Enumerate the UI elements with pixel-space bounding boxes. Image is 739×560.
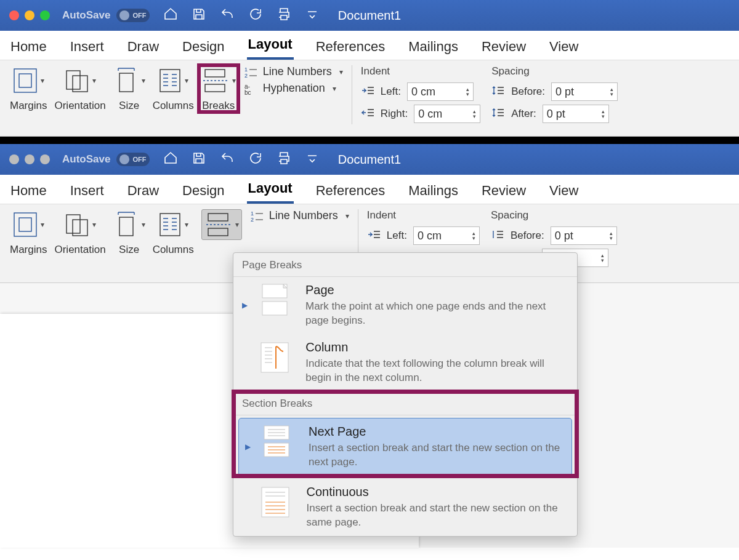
indent-left-input[interactable]: 0 cm ▴▾ [407,82,474,101]
chevron-down-icon: ▾ [339,68,343,76]
tab-design[interactable]: Design [181,35,225,60]
svg-rect-18 [208,214,228,221]
tab-design-2[interactable]: Design [181,179,225,204]
margins-label-2: Margins [10,244,47,256]
menu-item-continuous[interactable]: Continuous Insert a section break and st… [233,479,577,536]
line-numbers-button[interactable]: 12 Line Numbers ▾ [244,65,343,78]
left-label-2: Left: [387,230,407,242]
svg-rect-17 [160,214,180,236]
next-page-icon [262,425,300,459]
tab-draw-2[interactable]: Draw [126,179,160,204]
spacing-after-input[interactable]: 0 pt ▴▾ [543,105,609,123]
chevron-down-icon: ▾ [142,76,145,85]
svg-rect-19 [208,228,228,236]
window-1: AutoSave OFF Document1 Home Insert Draw … [0,0,739,137]
continuous-icon [259,485,297,519]
size-label: Size [119,100,139,112]
submenu-arrow-icon: ▶ [242,301,248,310]
spacing-before-icon [491,229,504,243]
indent-header-2: Indent [367,209,480,222]
tab-view-2[interactable]: View [548,179,579,204]
chevron-down-icon: ▾ [41,76,44,85]
spacing-before-input-2[interactable]: 0 pt ▴▾ [551,226,617,245]
size-button-2[interactable]: ▾ Size [111,209,148,256]
stepper-arrows[interactable]: ▴▾ [466,87,469,97]
hyphenation-button[interactable]: a-bc Hyphenation ▾ [244,82,343,95]
menu-item-next-page[interactable]: ▶ Next Page Insert a section break and s… [238,418,572,476]
highlight-section: Section Breaks ▶ Next Page Insert a sect… [233,391,577,476]
size-button[interactable]: ▾ Size [111,65,148,112]
svg-rect-2 [67,71,80,89]
line-numbers-button-2[interactable]: 12 Line Numbers ▾ [251,209,349,222]
window-2: AutoSave OFF Document1 Home Insert Draw … [0,144,739,548]
stepper-arrows[interactable]: ▴▾ [610,231,613,241]
tab-insert[interactable]: Insert [69,35,105,60]
tab-view[interactable]: View [548,35,579,60]
page-break-icon [259,283,297,318]
divider [352,65,352,124]
indent-group-2: Indent Left: 0 cm ▴▾ [367,209,480,245]
menu-item-column[interactable]: Column Indicate that the text following … [233,334,577,391]
line-numbers-label: Line Numbers [263,65,332,78]
columns-button[interactable]: ▾ Columns [150,65,196,112]
tab-insert-2[interactable]: Insert [69,179,105,204]
tab-review-2[interactable]: Review [480,179,527,204]
margins-label: Margins [10,100,47,112]
before-label-2: Before: [511,230,544,242]
tab-mailings[interactable]: Mailings [407,35,459,60]
indent-right-input[interactable]: 0 cm ▴▾ [414,105,480,123]
ribbon-tabs-2: Home Insert Draw Design Layout Reference… [0,175,739,204]
spacing-before-input[interactable]: 0 pt ▴▾ [551,82,618,101]
svg-rect-24 [261,343,288,372]
tab-home-2[interactable]: Home [9,179,48,204]
indent-header: Indent [361,65,480,78]
spacing-group: Spacing Before: 0 pt ▴▾ After: 0 pt ▴▾ [491,65,618,123]
spacing-after-icon [491,107,505,121]
chevron-down-icon: ▾ [235,220,239,229]
doc-title-row-2: Document1 [0,153,739,167]
line-hyph-group: 12 Line Numbers ▾ a-bc Hyphenation ▾ [244,65,343,95]
doc-title-row: Document1 [0,9,739,23]
tab-draw[interactable]: Draw [126,35,160,60]
left-label: Left: [381,86,401,98]
right-label: Right: [381,108,408,120]
breaks-button-2[interactable]: ▾ [199,209,244,240]
submenu-arrow-icon: ▶ [245,442,251,451]
before-label: Before: [511,86,545,98]
stepper-arrows[interactable]: ▴▾ [602,109,605,119]
tab-home[interactable]: Home [9,35,48,60]
stepper-arrows[interactable]: ▴▾ [601,253,604,263]
tab-references[interactable]: References [315,35,387,60]
indent-left-input-2[interactable]: 0 cm ▴▾ [413,226,480,245]
next-page-title: Next Page [309,425,565,439]
stepper-arrows[interactable]: ▴▾ [473,109,476,119]
svg-text:1: 1 [244,66,248,73]
svg-text:bc: bc [244,89,251,95]
tab-review[interactable]: Review [480,35,527,60]
svg-rect-1 [19,74,31,87]
spacing-header-2: Spacing [491,209,617,222]
spacing-before-icon [491,85,505,99]
stepper-arrows[interactable]: ▴▾ [472,231,475,241]
titlebar: AutoSave OFF Document1 [0,0,739,31]
page-title: Page [305,283,568,297]
chevron-down-icon: ▾ [92,76,96,85]
orientation-button[interactable]: ▾ Orientation [52,65,108,112]
margins-button[interactable]: ▾ Margins [7,65,49,112]
separator-bar [0,137,739,144]
breaks-menu: Page Breaks ▶ Page Mark the point at whi… [233,252,578,537]
tab-mailings-2[interactable]: Mailings [407,179,459,204]
size-label-2: Size [119,244,139,256]
menu-item-page[interactable]: ▶ Page Mark the point at which one page … [233,277,577,334]
margins-button-2[interactable]: ▾ Margins [7,209,49,256]
continuous-desc: Insert a section break and start the new… [306,502,568,530]
columns-button-2[interactable]: ▾ Columns [150,209,196,256]
indent-left-value-2: 0 cm [418,230,442,242]
orientation-button-2[interactable]: ▾ Orientation [52,209,108,256]
breaks-button[interactable]: ▾ Breaks [199,65,238,112]
tab-layout[interactable]: Layout [247,33,294,60]
svg-rect-16 [119,217,133,236]
tab-layout-2[interactable]: Layout [247,177,294,204]
stepper-arrows[interactable]: ▴▾ [610,87,613,97]
tab-references-2[interactable]: References [315,179,387,204]
